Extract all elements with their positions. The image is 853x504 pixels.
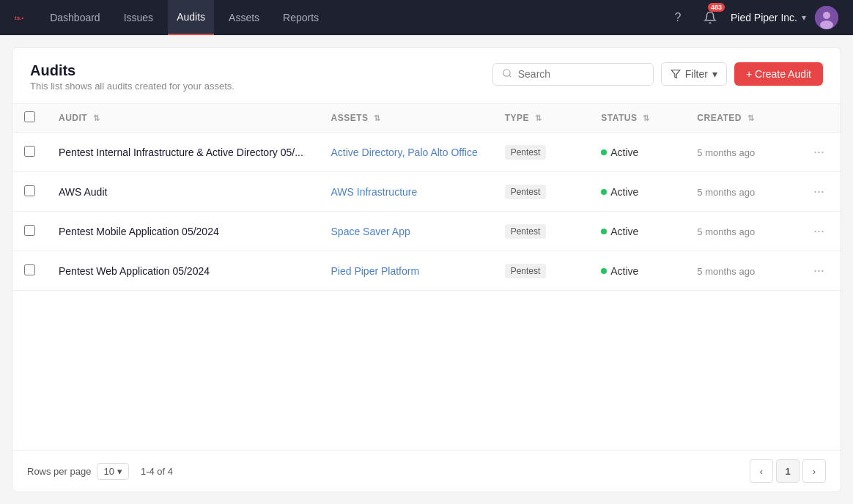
row-type: Pentest <box>493 251 590 291</box>
type-badge: Pentest <box>505 224 547 239</box>
row-actions-button[interactable]: ··· <box>809 262 829 280</box>
audit-name: AWS Audit <box>59 186 107 198</box>
next-page-button[interactable]: › <box>802 459 826 483</box>
select-all-col <box>12 104 47 133</box>
row-checkbox[interactable] <box>24 185 35 196</box>
row-checkbox-cell <box>12 251 47 291</box>
table-body: Pentest Internal Infrastructure & Active… <box>12 133 841 291</box>
col-type-sort-icon: ⇅ <box>535 114 542 122</box>
filter-button[interactable]: Filter ▾ <box>661 62 727 86</box>
avatar-image <box>815 6 838 29</box>
logo-dot: • <box>21 15 23 21</box>
status-indicator: Active <box>601 186 638 198</box>
nav-assets[interactable]: Assets <box>220 0 268 35</box>
help-icon: ? <box>674 11 681 24</box>
col-assets-sort-icon: ⇅ <box>374 114 381 122</box>
row-actions-cell: ··· <box>797 251 841 291</box>
row-audit: Pentest Web Application 05/2024 <box>47 251 320 291</box>
asset-link[interactable]: Space Saver App <box>331 226 410 237</box>
org-selector[interactable]: Pied Piper Inc. ▾ <box>731 12 806 23</box>
nav-reports[interactable]: Reports <box>274 0 328 35</box>
col-type[interactable]: TYPE ⇅ <box>493 104 590 133</box>
filter-chevron: ▾ <box>712 68 717 80</box>
create-audit-button[interactable]: + Create Audit <box>734 62 823 86</box>
created-text: 5 months ago <box>697 187 755 198</box>
row-actions-cell: ··· <box>797 212 841 251</box>
table-footer: Rows per page 10 ▾ 1-4 of 4 ‹ 1 › <box>12 450 841 492</box>
table-row: Pentest Mobile Application 05/2024 Space… <box>12 212 841 251</box>
row-created: 5 months ago <box>685 172 797 212</box>
row-status: Active <box>589 172 685 212</box>
rows-per-page-label: Rows per page <box>27 466 91 477</box>
row-checkbox[interactable] <box>24 146 35 157</box>
col-created-sort-icon: ⇅ <box>747 114 755 122</box>
rows-per-page: Rows per page 10 ▾ <box>27 463 129 480</box>
create-audit-label: + Create Audit <box>746 68 811 80</box>
row-audit: Pentest Internal Infrastructure & Active… <box>47 133 320 172</box>
col-audit[interactable]: AUDIT ⇅ <box>47 104 320 133</box>
status-dot <box>601 268 607 274</box>
row-checkbox[interactable] <box>24 225 35 236</box>
asset-link[interactable]: Active Directory, Palo Alto Office <box>331 147 478 158</box>
pagination-info: 1-4 of 4 <box>141 466 173 477</box>
asset-link[interactable]: AWS Infrastructure <box>331 186 418 198</box>
status-dot <box>601 189 607 195</box>
row-created: 5 months ago <box>685 212 797 251</box>
row-actions-button[interactable]: ··· <box>809 143 829 161</box>
table-row: Pentest Web Application 05/2024 Pied Pip… <box>12 251 841 291</box>
row-checkbox-cell <box>12 172 47 212</box>
col-created[interactable]: CREATED ⇅ <box>685 104 797 133</box>
row-audit: AWS Audit <box>47 172 320 212</box>
row-actions-button[interactable]: ··· <box>809 182 829 201</box>
nav-issues[interactable]: Issues <box>115 0 162 35</box>
row-type: Pentest <box>493 212 590 251</box>
filter-icon <box>671 69 681 79</box>
status-indicator: Active <box>601 147 638 158</box>
asset-link[interactable]: Pied Piper Platform <box>331 265 420 277</box>
rows-per-page-select[interactable]: 10 ▾ <box>97 463 128 480</box>
notification-badge: 483 <box>708 3 725 12</box>
row-audit: Pentest Mobile Application 05/2024 <box>47 212 320 251</box>
col-assets[interactable]: ASSETS ⇅ <box>320 104 493 133</box>
col-actions <box>797 104 841 133</box>
col-status[interactable]: STATUS ⇅ <box>589 104 685 133</box>
row-checkbox-cell <box>12 133 47 172</box>
status-text: Active <box>610 186 638 198</box>
row-checkbox-cell <box>12 212 47 251</box>
svg-marker-5 <box>671 70 680 78</box>
row-actions-cell: ··· <box>797 172 841 212</box>
col-assets-label: ASSETS <box>331 113 369 123</box>
logo-text: ts. <box>15 15 21 21</box>
search-input[interactable] <box>518 68 644 80</box>
search-box <box>492 63 654 86</box>
type-badge: Pentest <box>505 264 547 278</box>
table-row: Pentest Internal Infrastructure & Active… <box>12 133 841 172</box>
org-chevron: ▾ <box>802 12 806 23</box>
help-button[interactable]: ? <box>666 6 690 29</box>
row-assets: Space Saver App <box>320 212 493 251</box>
user-avatar[interactable] <box>815 6 838 29</box>
prev-page-button[interactable]: ‹ <box>750 459 773 483</box>
row-type: Pentest <box>493 172 590 212</box>
select-all-checkbox[interactable] <box>24 111 35 122</box>
audit-name: Pentest Internal Infrastructure & Active… <box>59 147 303 158</box>
page-title: Audits <box>30 62 235 79</box>
navbar: ts.• Dashboard Issues Audits Assets Repo… <box>0 0 853 35</box>
row-created: 5 months ago <box>685 133 797 172</box>
audits-table: AUDIT ⇅ ASSETS ⇅ TYPE ⇅ STATUS ⇅ <box>12 103 841 291</box>
search-icon <box>502 68 512 81</box>
row-assets: Pied Piper Platform <box>320 251 493 291</box>
rows-per-page-value: 10 <box>103 466 114 477</box>
row-checkbox[interactable] <box>24 264 35 275</box>
type-badge: Pentest <box>505 145 547 160</box>
row-actions-button[interactable]: ··· <box>809 222 829 240</box>
row-type: Pentest <box>493 133 590 172</box>
nav-audits[interactable]: Audits <box>168 0 214 35</box>
page-1-button[interactable]: 1 <box>776 459 800 483</box>
status-text: Active <box>610 147 638 158</box>
page-header: Audits This list shows all audits create… <box>12 48 841 103</box>
nav-dashboard[interactable]: Dashboard <box>41 0 109 35</box>
app-logo: ts.• <box>15 15 23 21</box>
navbar-right: ? 483 Pied Piper Inc. ▾ <box>666 6 838 29</box>
col-type-label: TYPE <box>505 113 529 123</box>
